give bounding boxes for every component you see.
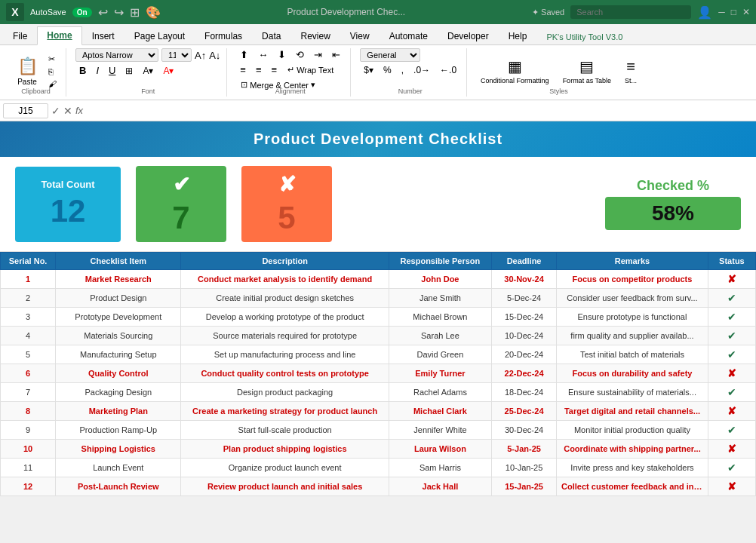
cell-person[interactable]: Rachel Adams xyxy=(389,383,491,402)
tab-help[interactable]: Help xyxy=(499,27,537,45)
tab-insert[interactable]: Insert xyxy=(82,27,124,45)
cell-serial[interactable]: 6 xyxy=(1,364,56,383)
cell-item[interactable]: Packaging Design xyxy=(56,383,181,402)
cell-deadline[interactable]: 20-Dec-24 xyxy=(492,345,557,364)
cell-desc[interactable]: Set up manufacturing process and line xyxy=(181,345,389,364)
paste-btn[interactable]: 📋 Paste xyxy=(12,54,42,88)
decrease-decimal-btn[interactable]: ←.0 xyxy=(436,64,460,76)
cell-person[interactable]: David Green xyxy=(389,345,491,364)
cell-person[interactable]: Jane Smith xyxy=(389,289,491,308)
cell-deadline[interactable]: 18-Dec-24 xyxy=(492,383,557,402)
undo-btn[interactable]: ↩ xyxy=(98,5,108,20)
formula-check-icon[interactable]: ✓ xyxy=(51,105,60,117)
align-right-btn[interactable]: ≡ xyxy=(268,63,281,76)
align-center-btn[interactable]: ≡ xyxy=(252,63,266,76)
tab-automate[interactable]: Automate xyxy=(380,27,438,45)
cell-item[interactable]: Post-Launch Review xyxy=(56,477,181,496)
tab-file[interactable]: File xyxy=(3,27,37,45)
cell-item[interactable]: Market Research xyxy=(56,270,181,289)
cell-deadline[interactable]: 15-Jan-25 xyxy=(492,477,557,496)
cell-serial[interactable]: 10 xyxy=(1,440,56,459)
minimize-btn[interactable]: ─ xyxy=(718,7,725,17)
indent-less-btn[interactable]: ⇤ xyxy=(328,48,344,61)
cell-item[interactable]: Manufacturing Setup xyxy=(56,345,181,364)
comma-btn[interactable]: , xyxy=(398,64,407,76)
cell-status[interactable]: ✔ xyxy=(708,308,755,327)
cell-item[interactable]: Product Design xyxy=(56,289,181,308)
cell-deadline[interactable]: 5-Dec-24 xyxy=(492,289,557,308)
cell-item[interactable]: Launch Event xyxy=(56,459,181,477)
tab-view[interactable]: View xyxy=(340,27,380,45)
decrease-font-btn[interactable]: A↓ xyxy=(209,50,220,61)
cell-remarks[interactable]: Test initial batch of materials xyxy=(557,345,708,364)
cell-deadline[interactable]: 30-Nov-24 xyxy=(492,270,557,289)
redo-btn[interactable]: ↪ xyxy=(114,5,124,20)
currency-btn[interactable]: $▾ xyxy=(360,64,377,76)
cell-status[interactable]: ✔ xyxy=(708,383,755,402)
cell-serial[interactable]: 3 xyxy=(1,308,56,327)
cell-person[interactable]: Sam Harris xyxy=(389,459,491,477)
autosave-toggle[interactable]: On xyxy=(72,8,92,17)
cell-status[interactable]: ✘ xyxy=(708,364,755,383)
cell-item[interactable]: Marketing Plan xyxy=(56,402,181,421)
text-direction-btn[interactable]: ⟲ xyxy=(292,48,308,61)
tab-review[interactable]: Review xyxy=(290,27,340,45)
indent-more-btn[interactable]: ⇥ xyxy=(310,48,326,61)
close-btn[interactable]: ✕ xyxy=(742,7,750,17)
copy-btn[interactable]: ⎘ xyxy=(45,66,60,77)
cell-desc[interactable]: Organize product launch event xyxy=(181,459,389,477)
cell-serial[interactable]: 12 xyxy=(1,477,56,496)
cell-remarks[interactable]: Coordinate with shipping partner... xyxy=(557,440,708,459)
cell-item[interactable]: Materials Sourcing xyxy=(56,327,181,345)
increase-font-btn[interactable]: A↑ xyxy=(195,50,206,61)
maximize-btn[interactable]: □ xyxy=(731,7,736,17)
formula-input[interactable] xyxy=(86,104,753,118)
cell-desc[interactable]: Source materials required for prototype xyxy=(181,327,389,345)
cell-serial[interactable]: 5 xyxy=(1,345,56,364)
cell-remarks[interactable]: Ensure prototype is functional xyxy=(557,308,708,327)
cell-remarks[interactable]: Ensure sustainability of materials... xyxy=(557,383,708,402)
align-left-btn[interactable]: ≡ xyxy=(236,63,250,76)
cell-serial[interactable]: 9 xyxy=(1,421,56,440)
underline-btn[interactable]: U xyxy=(105,64,119,77)
cell-remarks[interactable]: Consider user feedback from surv... xyxy=(557,289,708,308)
cell-status[interactable]: ✔ xyxy=(708,459,755,477)
cell-item[interactable]: Prototype Development xyxy=(56,308,181,327)
font-face-select[interactable]: Aptos Narrow xyxy=(75,48,158,62)
bold-btn[interactable]: B xyxy=(75,64,90,77)
cell-person[interactable]: Sarah Lee xyxy=(389,327,491,345)
cell-deadline[interactable]: 25-Dec-24 xyxy=(492,402,557,421)
cell-desc[interactable]: Create initial product design sketches xyxy=(181,289,389,308)
cell-remarks[interactable]: Collect customer feedback and ins... xyxy=(557,477,708,496)
cell-desc[interactable]: Design product packaging xyxy=(181,383,389,402)
formula-cancel-icon[interactable]: ✕ xyxy=(63,105,72,117)
cell-desc[interactable]: Create a marketing strategy for product … xyxy=(181,402,389,421)
cell-status[interactable]: ✔ xyxy=(708,327,755,345)
paint-icon[interactable]: 🎨 xyxy=(146,5,161,20)
cell-person[interactable]: Jack Hall xyxy=(389,477,491,496)
cell-status[interactable]: ✔ xyxy=(708,345,755,364)
cell-item[interactable]: Quality Control xyxy=(56,364,181,383)
cell-serial[interactable]: 8 xyxy=(1,402,56,421)
cell-serial[interactable]: 11 xyxy=(1,459,56,477)
user-icon[interactable]: 👤 xyxy=(697,5,712,20)
cell-remarks[interactable]: Invite press and key stakeholders xyxy=(557,459,708,477)
cell-person[interactable]: Michael Clark xyxy=(389,402,491,421)
cell-status[interactable]: ✔ xyxy=(708,421,755,440)
cell-person[interactable]: Laura Wilson xyxy=(389,440,491,459)
cell-reference-box[interactable] xyxy=(3,103,48,118)
cell-desc[interactable]: Plan product shipping logistics xyxy=(181,440,389,459)
cell-deadline[interactable]: 5-Jan-25 xyxy=(492,440,557,459)
cell-status[interactable]: ✔ xyxy=(708,289,755,308)
align-middle-btn[interactable]: ↔ xyxy=(254,48,272,61)
cell-person[interactable]: Emily Turner xyxy=(389,364,491,383)
search-input[interactable] xyxy=(570,5,691,19)
percent-btn[interactable]: % xyxy=(380,64,395,76)
number-format-select[interactable]: General xyxy=(360,48,420,62)
align-top-btn[interactable]: ⬆ xyxy=(236,48,252,61)
cell-status[interactable]: ✘ xyxy=(708,440,755,459)
cell-deadline[interactable]: 10-Dec-24 xyxy=(492,327,557,345)
cell-person[interactable]: John Doe xyxy=(389,270,491,289)
cell-item[interactable]: Production Ramp-Up xyxy=(56,421,181,440)
tab-pkutility[interactable]: PK's Utility Tool V3.0 xyxy=(536,29,632,45)
